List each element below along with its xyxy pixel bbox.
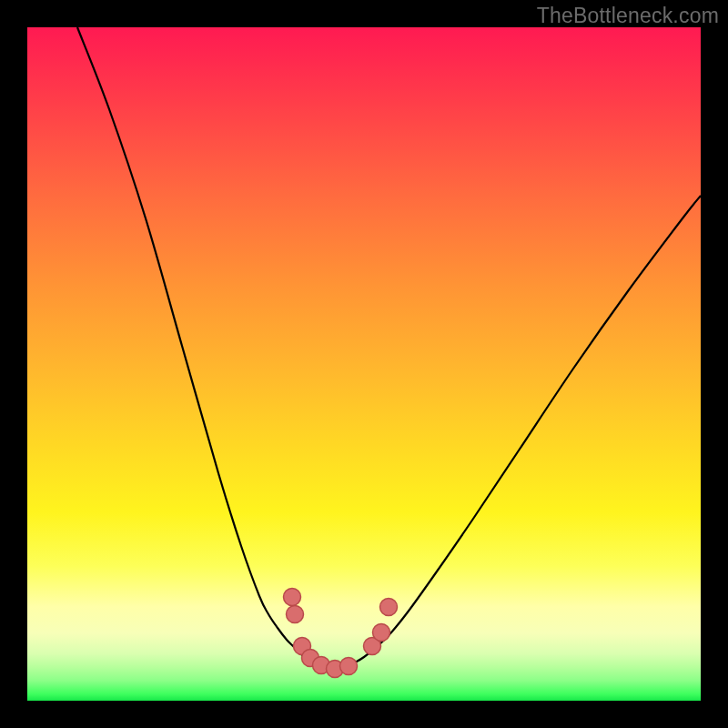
bottleneck-curve <box>77 27 701 669</box>
data-markers <box>284 589 398 678</box>
plot-area <box>27 27 701 701</box>
data-marker <box>380 599 398 616</box>
data-marker <box>340 658 358 675</box>
data-marker <box>287 606 304 623</box>
data-marker <box>373 624 390 642</box>
chart-frame: TheBottleneck.com <box>0 0 728 728</box>
watermark-text: TheBottleneck.com <box>537 4 719 28</box>
chart-svg <box>27 27 701 701</box>
data-marker <box>284 589 301 606</box>
